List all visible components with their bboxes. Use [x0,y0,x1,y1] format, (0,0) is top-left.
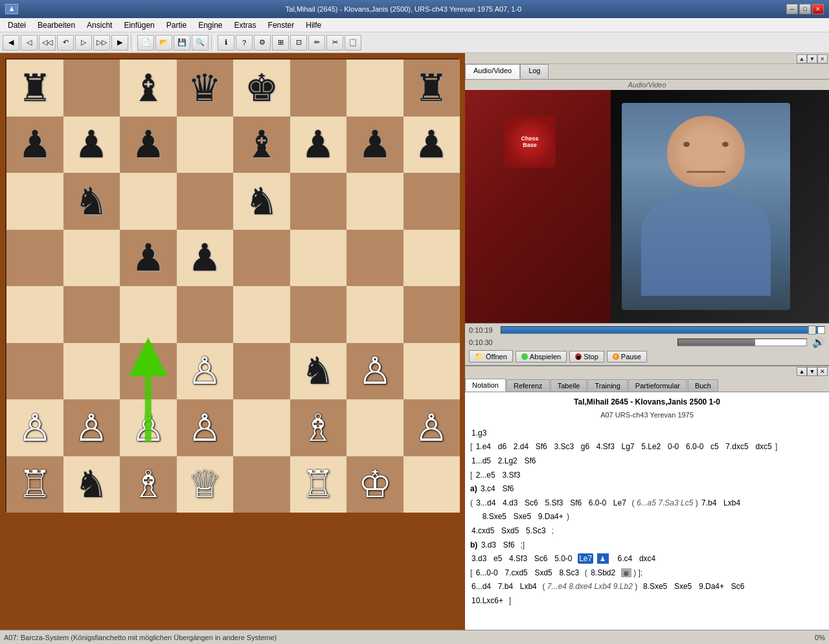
notation-nav-down[interactable]: ▼ [807,367,817,376]
piece-a1[interactable]: ♖ [18,465,52,503]
move-3e5[interactable]: e5 [492,553,503,564]
piece-e7[interactable]: ♝ [245,126,278,163]
square-b6[interactable]: ♞ [63,173,120,230]
move-6c4b[interactable]: 6.c4 [617,553,634,564]
progress-bar-volume[interactable] [677,339,807,346]
move-8Sxe5b[interactable]: 8.Sxe5 [642,581,668,592]
square-d4[interactable] [177,286,234,343]
square-f1[interactable]: ♖ [290,456,347,513]
square-a1[interactable]: ♖ [6,456,63,513]
notation-nav-close[interactable]: ✕ [817,367,828,376]
move-7b4[interactable]: 7.b4 [700,498,718,508]
tab-audio-video[interactable]: Audio/Video [465,64,520,79]
square-h4[interactable] [403,286,460,343]
move-1d5[interactable]: 1...d5 [470,456,492,466]
move-4Sc6b[interactable]: Sc6 [533,553,549,564]
move-4Lg7[interactable]: Lg7 [620,441,636,452]
move-4d3[interactable]: 4.d3 [501,498,519,508]
piece-g1[interactable]: ♔ [358,465,392,503]
tab-tabelle[interactable]: Tabelle [551,379,587,392]
square-g1[interactable]: ♔ [346,456,403,513]
move-1d6[interactable]: d6 [497,441,508,452]
square-f6[interactable] [290,173,347,230]
square-e2[interactable] [233,399,290,456]
square-h3[interactable] [403,343,460,400]
close-button[interactable]: ✕ [812,4,824,14]
piece-c8[interactable]: ♝ [131,69,165,107]
move-6Le7[interactable]: Le7 [612,498,628,508]
piece-b6[interactable]: ♞ [74,183,108,220]
move-bSf6[interactable]: Sf6 [502,540,516,550]
square-h1[interactable] [403,456,460,513]
move-1g3[interactable]: 1.g3 [470,428,488,438]
move-7Lxb4b[interactable]: Lxb4 [519,581,538,592]
piece-f3[interactable]: ♞ [301,352,335,390]
move-5oob[interactable]: 5.0-0 [553,553,573,564]
chess-board[interactable]: ♜♝♛♚♜♟♟♟♝♟♟♟♞♞♟♟♙♞♙♙♙♙♙♗♙♖♞♗♕♖♔ [5,58,459,511]
move-5Le2[interactable]: 5.Le2 [640,441,662,452]
square-b8[interactable] [63,60,120,117]
piece-h8[interactable]: ♜ [414,69,448,107]
square-g6[interactable] [346,173,403,230]
toolbar-info-btn[interactable]: ℹ [218,35,234,50]
piece-d2[interactable]: ♙ [188,409,221,447]
square-c8[interactable]: ♝ [120,60,177,117]
square-h5[interactable] [403,230,460,287]
toolbar-extra3-btn[interactable]: ✏ [308,35,325,50]
square-c3[interactable] [120,343,177,400]
square-d5[interactable]: ♟ [177,230,234,287]
toolbar-forward-btn[interactable]: ▶ [111,35,128,50]
move-10Lxc6[interactable]: 10.Lxc6+ [470,595,505,606]
square-c1[interactable]: ♗ [120,456,177,513]
square-g4[interactable] [346,286,403,343]
square-c5[interactable]: ♟ [120,230,177,287]
square-h2[interactable]: ♙ [403,399,460,456]
move-6c5[interactable]: c5 [709,441,720,452]
toolbar-prev2-btn[interactable]: ◁◁ [39,35,56,50]
piece-g3[interactable]: ♙ [358,352,392,390]
notation-nav-up[interactable]: ▲ [797,367,807,376]
square-c7[interactable]: ♟ [120,117,177,173]
toolbar-extra1-btn[interactable]: ⊞ [272,35,289,50]
square-c4[interactable] [120,286,177,343]
piece-f7[interactable]: ♟ [301,126,335,163]
square-d6[interactable] [177,173,234,230]
move-5Sf3[interactable]: 5.Sf3 [543,498,564,508]
square-e3[interactable] [233,343,290,400]
move-4cxd5[interactable]: 4.cxd5 [470,526,495,536]
square-b7[interactable]: ♟ [63,117,120,173]
move-2Lg2[interactable]: 2.Lg2 [497,456,519,466]
tab-training[interactable]: Training [587,379,627,392]
toolbar-next-btn[interactable]: ▷ [75,35,92,50]
piece-e8[interactable]: ♚ [245,69,278,107]
toolbar-search-btn[interactable]: 🔍 [192,35,209,50]
square-b3[interactable] [63,343,120,400]
piece-f1[interactable]: ♖ [301,465,335,503]
square-d2[interactable]: ♙ [177,399,234,456]
piece-d1[interactable]: ♕ [188,465,221,503]
square-f8[interactable] [290,60,347,117]
piece-c1[interactable]: ♗ [131,465,165,503]
tab-log[interactable]: Log [520,64,549,79]
open-button[interactable]: 📁 Öffnen [469,350,513,362]
piece-b7[interactable]: ♟ [74,126,108,163]
square-f4[interactable] [290,286,347,343]
progress-bar-time[interactable] [501,326,825,334]
move-b3d3[interactable]: 3.d3 [480,540,497,550]
move-3Sf3[interactable]: 3.Sf3 [501,470,521,480]
menu-item-einfügen[interactable]: Einfügen [119,19,159,31]
move-2Sf6[interactable]: Sf6 [534,441,549,452]
square-h6[interactable] [403,173,460,230]
toolbar-extra4-btn[interactable]: ✂ [326,35,343,50]
square-g8[interactable] [346,60,403,117]
square-e5[interactable] [233,230,290,287]
move-2e5[interactable]: 2...e5 [475,470,497,480]
move-7b4b[interactable]: 7.b4 [497,581,514,592]
square-d1[interactable]: ♕ [177,456,234,513]
piece-e6[interactable]: ♞ [245,183,278,220]
square-b1[interactable]: ♞ [63,456,120,513]
tab-referenz[interactable]: Referenz [506,379,550,392]
menu-item-hilfe[interactable]: Hilfe [301,19,326,31]
square-c2[interactable]: ♙ [120,399,177,456]
piece-h2[interactable]: ♙ [414,409,448,447]
